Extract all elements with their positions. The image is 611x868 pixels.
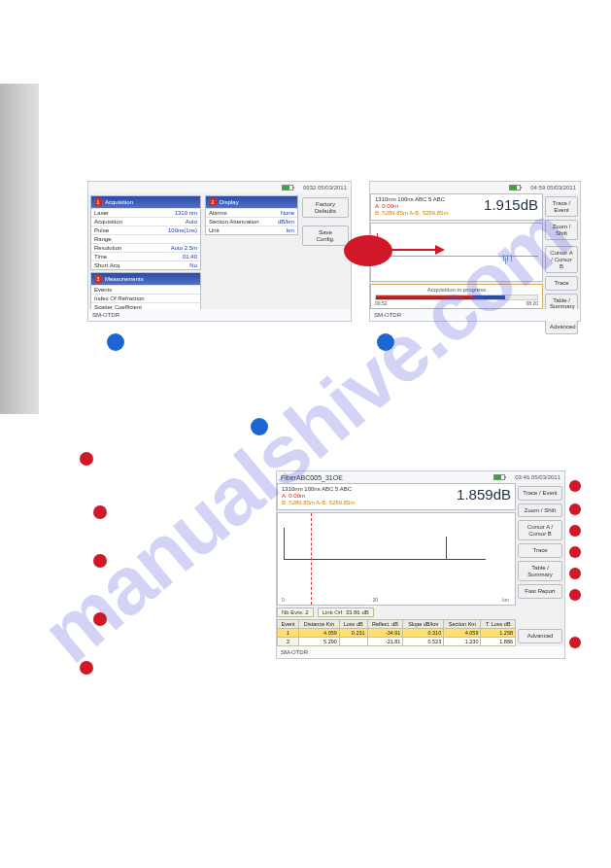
arrow-icon	[389, 249, 437, 251]
col-header[interactable]: Distance Km	[299, 620, 340, 629]
start-test-callout	[344, 235, 392, 266]
file-name: FiberABC005_31OE	[281, 474, 343, 481]
otdr-trace-graph[interactable]: 0 20 km	[277, 512, 516, 606]
panel-title: Measurements	[105, 276, 144, 282]
trace-button[interactable]: Trace	[545, 276, 578, 291]
factory-defaults-button[interactable]: Factory Defaults	[302, 197, 349, 218]
arrow-head-icon	[435, 245, 445, 255]
results-screenshot: FiberABC005_31OE 03:46 05/03/2011 1310nm…	[276, 470, 565, 659]
setting-row[interactable]: Pulse100ns(1ns)	[91, 226, 200, 234]
acquisition-panel[interactable]: 1 Acquisition Laser1310 nm AcquisitionAu…	[90, 195, 201, 270]
col-header[interactable]: Section Km	[444, 620, 481, 629]
col-header[interactable]: Slope dB/km	[403, 620, 444, 629]
setup-screenshot: 0932 05/03/2011 1 Acquisition Laser1310 …	[87, 181, 352, 322]
setting-row[interactable]: Range	[91, 234, 200, 243]
panel-number: 1	[94, 198, 102, 206]
setting-line[interactable]: Index Of Refraction	[91, 294, 200, 302]
panel-number: 3	[94, 275, 102, 283]
callout-dot	[251, 418, 268, 435]
battery-icon	[282, 185, 293, 191]
callout-dot	[377, 333, 394, 351]
callout-dot	[569, 637, 581, 648]
battery-icon	[493, 474, 505, 480]
panel-number: 2	[209, 198, 217, 206]
cursor-ab-button[interactable]: Cursor A / Cursor B	[518, 520, 562, 540]
col-header[interactable]: Event	[278, 620, 299, 629]
acq-params: 1310nm 100ns ABC 5 ABC	[375, 196, 448, 203]
clock: 03:46 05/03/2011	[515, 474, 560, 480]
setting-row[interactable]: AcquisitionAuto	[91, 217, 200, 226]
left-grey-strip	[0, 84, 39, 414]
zoom-shift-button[interactable]: Zoom / Shift	[545, 220, 578, 240]
cursor-a-line[interactable]	[311, 513, 312, 605]
trace-info-strip: 1310nm 100ns ABC 5 ABC A: 0.00m B: 5289.…	[277, 483, 516, 510]
save-config-button[interactable]: Save Config.	[302, 226, 349, 246]
table-row[interactable]: 25.290-21.810.5231.2301.886	[278, 638, 516, 646]
setting-row[interactable]: Laser1310 nm	[91, 208, 200, 217]
trace-info-strip: 1310nm 100ns ABC 5 ABC A: 0.00m B: 5289.…	[370, 193, 543, 221]
zoom-shift-button[interactable]: Zoom / Shift	[518, 503, 562, 518]
clock: 04:59 05/03/2011	[530, 185, 576, 191]
otdr-trace-graph[interactable]	[370, 223, 543, 282]
col-header[interactable]: Loss dB	[339, 620, 367, 629]
trace-button[interactable]: Trace	[518, 543, 562, 558]
footer-tab[interactable]: SM-OTDR	[374, 312, 401, 318]
event-count: Nb Evts: 2	[277, 608, 314, 617]
callout-dot	[80, 452, 93, 466]
advanced-button[interactable]: Advanced	[545, 320, 578, 334]
status-bar: 0932 05/03/2011	[88, 182, 351, 193]
setting-row[interactable]: AlarmsNone	[206, 208, 297, 217]
setting-row[interactable]: ResolutionAuto 2.5m	[91, 243, 200, 252]
advanced-button[interactable]: Advanced	[518, 629, 562, 643]
setting-row[interactable]: Section AttenuationdB/km	[206, 217, 297, 226]
col-header[interactable]: Reflect. dB	[367, 620, 403, 629]
footer-tab[interactable]: SM-OTDR	[281, 649, 308, 655]
callout-dot	[80, 661, 93, 675]
events-table[interactable]: Event Distance Km Loss dB Reflect. dB Sl…	[277, 619, 516, 646]
trace-event-button[interactable]: Trace / Event	[545, 196, 578, 217]
trace-event-button[interactable]: Trace / Event	[518, 486, 562, 501]
panel-title: Acquisition	[105, 199, 133, 205]
callout-dot	[569, 503, 581, 515]
callout-dot	[93, 554, 107, 568]
progress-box: Acquisition in progress 00:52 08:20	[370, 284, 543, 309]
link-orl: Link Orl: 33.86 dB	[318, 608, 374, 617]
callout-dot	[569, 568, 581, 579]
display-panel[interactable]: 2 Display AlarmsNone Section Attenuation…	[205, 195, 298, 235]
clock: 0932 05/03/2011	[303, 185, 347, 191]
cursor-a-readout: A: 0.00m	[282, 493, 355, 500]
progress-total: 08:20	[526, 300, 538, 306]
callout-dot	[569, 480, 581, 492]
table-summary-button[interactable]: Table / Summary	[518, 561, 562, 581]
col-header[interactable]: T. Loss dB	[481, 620, 516, 629]
callout-dot	[569, 525, 581, 537]
callout-dot	[107, 333, 124, 351]
setting-row[interactable]: Time01:40	[91, 252, 200, 260]
cursor-ab-button[interactable]: Cursor A / Cursor B	[545, 246, 578, 273]
footer-tab[interactable]: SM-OTDR	[92, 312, 119, 318]
callout-dot	[93, 505, 107, 519]
cursor-b-readout: B: 5289.85m A-B: 5289.85m	[282, 500, 355, 506]
panel-title: Display	[220, 199, 239, 205]
fast-report-button[interactable]: Fast Report	[518, 584, 562, 599]
callout-dot	[569, 589, 581, 601]
loss-readout: 1.915dB	[484, 196, 538, 213]
loss-readout: 1.859dB	[457, 486, 511, 503]
callout-dot	[93, 612, 107, 626]
setting-row[interactable]: Unitkm	[206, 226, 297, 234]
progress-elapsed: 00:52	[375, 300, 388, 306]
table-row[interactable]: 14.0590.231-34.910.3104.0591.258	[278, 629, 516, 638]
softkey-column: Trace / Event Zoom / Shift Cursor A / Cu…	[516, 483, 564, 646]
battery-icon	[509, 185, 521, 191]
softkey-column: Trace / Event Zoom / Shift Cursor A / Cu…	[543, 193, 580, 309]
cursor-b-readout: B: 5289.85m A-B: 5289.85m	[375, 210, 448, 217]
status-bar: FiberABC005_31OE 03:46 05/03/2011	[277, 471, 564, 483]
setting-line[interactable]: Events	[91, 285, 200, 294]
status-bar: 04:59 05/03/2011	[370, 182, 580, 193]
progress-label: Acquisition in progress	[427, 287, 486, 293]
acq-params: 1310nm 100ns ABC 5 ABC	[282, 486, 355, 493]
setting-row[interactable]: Short Acq.No	[91, 260, 200, 269]
cursor-a-readout: A: 0.00m	[375, 203, 448, 210]
callout-dot	[569, 546, 581, 558]
acquisition-screenshot: 04:59 05/03/2011 1310nm 100ns ABC 5 ABC …	[369, 181, 581, 322]
